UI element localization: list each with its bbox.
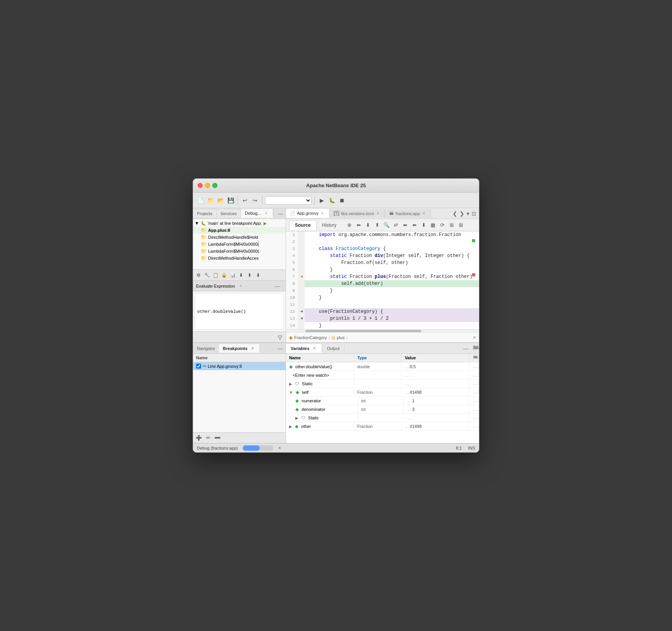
debug-toolbar-btn8[interactable]: ⬇ xyxy=(254,271,262,279)
stop-icon[interactable]: ⏹ xyxy=(338,196,346,205)
var-actions-2[interactable]: … xyxy=(470,372,479,378)
redo-icon[interactable]: ↪ xyxy=(251,196,259,205)
run-icon[interactable]: ▶ xyxy=(317,196,326,205)
bp-checkbox[interactable] xyxy=(196,364,201,369)
source-btn-10[interactable]: ▦ xyxy=(429,221,437,229)
nav-list-btn[interactable]: ▾ xyxy=(465,210,470,217)
var-actions-6[interactable]: … xyxy=(470,406,479,412)
tree-item-lambda1[interactable]: 📁 LambdaForm$MH/0x0000( xyxy=(193,241,286,248)
tab-debug-close[interactable]: × xyxy=(264,210,269,216)
var-actions-4[interactable]: … xyxy=(470,389,479,395)
debug-toolbar-btn1[interactable]: ⚙ xyxy=(195,271,202,279)
tree-item-main-thread[interactable]: ▼ 🐛 'main' at line breakpoint App. ▶ xyxy=(193,220,286,227)
breadcrumb-close-btn[interactable]: × xyxy=(473,334,476,340)
var-actions-3[interactable]: … xyxy=(470,380,479,387)
editor-tab-fractions-close[interactable]: × xyxy=(421,211,427,216)
var-actions-1[interactable]: … xyxy=(470,363,479,370)
var-actions-5[interactable]: … xyxy=(470,397,479,404)
nav-forward-btn[interactable]: ❯ xyxy=(458,210,465,217)
source-btn-8[interactable]: ⬅ xyxy=(410,221,419,229)
source-btn-12[interactable]: ⊞ xyxy=(447,221,456,229)
tab-variables[interactable]: Variables × xyxy=(286,344,322,353)
editor-tab-toml-close[interactable]: × xyxy=(375,211,381,216)
debug-toolbar-btn3[interactable]: 📋 xyxy=(212,271,219,279)
vars-settings-icon[interactable]: 🏁 xyxy=(472,345,479,352)
evaluate-minimize[interactable]: — xyxy=(272,283,283,289)
code-editor[interactable]: 1 import org.apache.commons.numbers.frac… xyxy=(286,231,479,329)
source-btn-9[interactable]: ⬇ xyxy=(419,221,428,229)
bp-delete-btn[interactable]: ➖ xyxy=(213,434,222,442)
debug-toolbar-btn4[interactable]: 🔒 xyxy=(220,271,228,279)
history-tab[interactable]: History xyxy=(317,221,342,230)
source-btn-expand[interactable]: ⊞ xyxy=(457,221,465,229)
minimize-button[interactable] xyxy=(205,183,210,188)
source-btn-4[interactable]: ⬆ xyxy=(373,221,381,229)
debug-toolbar-btn7[interactable]: ⬆ xyxy=(246,271,253,279)
var-row-other-dv[interactable]: ◆ other.doubleValue() double …0.5 … xyxy=(286,362,479,371)
editor-tab-fractions[interactable]: 🦝 fractions:app × xyxy=(385,209,431,218)
bp-item-1[interactable]: ➡ Line App.groovy:8 xyxy=(193,362,286,370)
new-project-icon[interactable]: 📁 xyxy=(206,196,215,205)
editor-tab-toml[interactable]: [T] libs.versions.toml × xyxy=(329,209,385,218)
tab-services[interactable]: Services xyxy=(217,210,241,217)
debug-icon[interactable]: 🐛 xyxy=(327,196,336,205)
save-icon[interactable]: 💾 xyxy=(226,196,235,205)
new-file-icon[interactable]: 📄 xyxy=(196,196,205,205)
tab-output[interactable]: Output xyxy=(322,345,345,352)
bp-minimize-btn[interactable]: — xyxy=(276,345,286,352)
var-actions-7[interactable]: … xyxy=(470,414,479,421)
tree-item-directaccess[interactable]: 📁 DirectMethodHandleAcces xyxy=(193,255,286,262)
nav-back-btn[interactable]: ❮ xyxy=(451,210,458,217)
tab-breakpoints-close[interactable]: × xyxy=(250,346,255,351)
tab-projects[interactable]: Projects xyxy=(193,210,217,217)
tab-variables-close[interactable]: × xyxy=(312,346,317,351)
breadcrumb-plus-method[interactable]: plus xyxy=(337,335,345,340)
minimize-left-btn[interactable]: — xyxy=(276,210,286,217)
maximize-button[interactable] xyxy=(212,183,217,188)
project-combo[interactable] xyxy=(265,196,312,205)
tree-item-lambda2[interactable]: 📁 LambdaForm$MH/0x0000( xyxy=(193,248,286,255)
tab-navigator[interactable]: Navigator xyxy=(193,345,219,352)
expand-static-1[interactable]: ▶ xyxy=(289,382,292,386)
source-tab[interactable]: Source xyxy=(289,220,317,230)
source-btn-6[interactable]: ⇄ xyxy=(391,221,400,229)
var-row-static-2[interactable]: ▶ 🛡 Static … … xyxy=(286,414,479,422)
close-button[interactable] xyxy=(198,183,203,188)
expand-other[interactable]: ▶ xyxy=(289,424,292,429)
source-btn-3[interactable]: ⬇ xyxy=(364,221,372,229)
var-row-static-1[interactable]: ▶ 🛡 Static … … xyxy=(286,379,479,388)
debug-toolbar-btn5[interactable]: 📊 xyxy=(229,271,236,279)
tree-item-directmethod[interactable]: 📁 DirectMethodHandle$Hold xyxy=(193,234,286,241)
var-row-other[interactable]: ▶ ◆ other Fraction …#1499 … xyxy=(286,422,479,431)
open-icon[interactable]: 📂 xyxy=(216,196,225,205)
source-btn-2[interactable]: ⬅ xyxy=(354,221,363,229)
eval-action-btn[interactable]: ▽ xyxy=(276,333,284,341)
tab-breakpoints[interactable]: Breakpoints × xyxy=(219,344,259,353)
source-btn-1[interactable]: ⊕ xyxy=(345,221,353,229)
bp-add-btn[interactable]: ➕ xyxy=(195,434,203,442)
expand-static-2[interactable]: ▶ xyxy=(295,416,298,420)
debug-toolbar-btn2[interactable]: 🔧 xyxy=(203,271,211,279)
var-row-self[interactable]: ▼ ◆ self Fraction …#1498 … xyxy=(286,388,479,397)
tab-debug[interactable]: Debug... × xyxy=(241,209,273,218)
source-btn-7[interactable]: ⬅ xyxy=(401,221,409,229)
scrollbar-thumb[interactable] xyxy=(305,330,421,332)
expand-self[interactable]: ▼ xyxy=(289,390,293,395)
vars-minimize-btn[interactable]: — xyxy=(461,345,471,352)
var-row-numerator[interactable]: ◆ numerator int …1 … xyxy=(286,397,479,405)
editor-tab-app-groovy[interactable]: 📄 App.groovy × xyxy=(286,209,329,218)
source-btn-11[interactable]: ⟳ xyxy=(438,221,446,229)
bp-edit-btn[interactable]: ✏ xyxy=(204,434,212,442)
debug-toolbar-btn6[interactable]: ⬇ xyxy=(237,271,245,279)
var-row-new-watch[interactable]: <Enter new watch> … … xyxy=(286,371,479,379)
var-row-denominator[interactable]: ◆ denominator int …3 … xyxy=(286,405,479,414)
undo-icon[interactable]: ↩ xyxy=(241,196,249,205)
breadcrumb-fraction-category[interactable]: FractionCategory xyxy=(294,335,327,340)
source-btn-5[interactable]: 🔍 xyxy=(382,221,391,229)
evaluate-close[interactable]: × xyxy=(238,283,243,289)
evaluate-input[interactable] xyxy=(195,293,284,330)
tree-item-app-plus[interactable]: 📁 App.plus:8 xyxy=(193,227,286,234)
var-actions-8[interactable]: … xyxy=(470,423,479,429)
horizontal-scrollbar[interactable] xyxy=(286,329,479,332)
editor-tab-app-close[interactable]: × xyxy=(320,210,325,216)
